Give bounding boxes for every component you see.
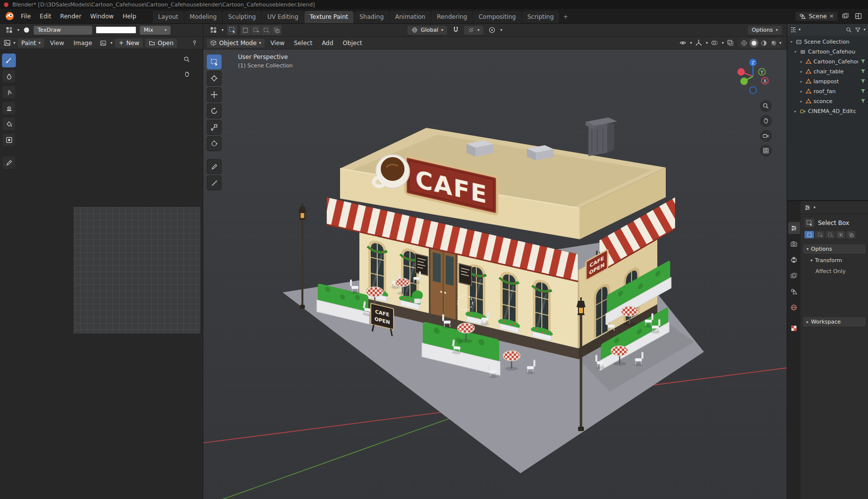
image-editor-type-icon[interactable] bbox=[3, 39, 11, 47]
outliner-row-object[interactable]: ▸ roof_fan bbox=[787, 86, 868, 96]
vp-object-menu[interactable]: Object bbox=[339, 39, 365, 48]
mode-subtract-icon[interactable] bbox=[825, 231, 835, 238]
unlink-icon[interactable] bbox=[829, 14, 834, 18]
menu-chalkboard[interactable] bbox=[459, 264, 471, 285]
mode-invert-icon[interactable] bbox=[836, 231, 845, 238]
image-image-menu[interactable]: Image bbox=[70, 39, 96, 48]
tab-uv-editing[interactable]: UV Editing bbox=[262, 11, 304, 23]
outliner-row-cinema4d-editor[interactable]: ▸ CINEMA_4D_Editor bbox=[787, 106, 868, 116]
render-visibility-funnel-icon[interactable] bbox=[860, 68, 866, 74]
menu-edit[interactable]: Edit bbox=[35, 11, 56, 21]
viewport-options-dropdown[interactable]: Options▾ bbox=[748, 26, 782, 35]
shading-wireframe-icon[interactable] bbox=[740, 39, 749, 48]
blender-logo-icon[interactable] bbox=[5, 11, 14, 21]
select-mode-new-icon[interactable] bbox=[240, 25, 250, 35]
workspace-panel-header[interactable]: ▸ Workspace bbox=[803, 317, 866, 327]
disclosure-icon[interactable]: ▸ bbox=[799, 99, 804, 104]
menu-help[interactable]: Help bbox=[118, 11, 140, 21]
smear-tool[interactable] bbox=[2, 85, 16, 99]
disclosure-icon[interactable]: ▸ bbox=[799, 69, 804, 74]
chevron-down-icon[interactable]: ▾ bbox=[13, 41, 15, 45]
render-visibility-funnel-icon[interactable] bbox=[860, 98, 866, 104]
tool-settings-editor-icon[interactable] bbox=[208, 25, 218, 35]
zoom-icon[interactable] bbox=[181, 54, 193, 65]
viewport-canvas[interactable]: CAFE bbox=[203, 50, 787, 499]
disclosure-icon[interactable]: ▸ bbox=[799, 59, 804, 64]
properties-editor-type-icon[interactable] bbox=[804, 204, 811, 211]
image-new-button[interactable]: New bbox=[115, 39, 143, 48]
window-close-icon[interactable] bbox=[4, 2, 8, 7]
cursor-tool[interactable] bbox=[207, 71, 222, 86]
menu-file[interactable]: File bbox=[16, 11, 35, 21]
tab-modeling[interactable]: Modeling bbox=[184, 11, 223, 23]
move-tool[interactable] bbox=[207, 87, 222, 102]
tab-layout[interactable]: Layout bbox=[153, 11, 184, 23]
outliner-row-scene-collection[interactable]: ▾ Scene Collection bbox=[787, 37, 868, 47]
tab-shading[interactable]: Shading bbox=[354, 11, 389, 23]
annotate-tool[interactable] bbox=[207, 159, 222, 174]
mask-tool[interactable] bbox=[2, 133, 16, 147]
paint-color-swatch[interactable] bbox=[96, 26, 136, 34]
select-box-tool[interactable] bbox=[207, 55, 222, 69]
transform-tool[interactable] bbox=[207, 136, 222, 151]
tab-rendering[interactable]: Rendering bbox=[431, 11, 472, 23]
mode-new-icon[interactable] bbox=[805, 231, 814, 238]
tab-compositing[interactable]: Compositing bbox=[473, 11, 521, 23]
image-canvas[interactable] bbox=[0, 50, 203, 499]
scale-tool[interactable] bbox=[207, 120, 222, 135]
disclosure-icon[interactable]: ▾ bbox=[789, 40, 794, 44]
tab-scene-properties[interactable] bbox=[788, 285, 800, 297]
xray-toggle-icon[interactable] bbox=[726, 38, 736, 48]
render-visibility-funnel-icon[interactable] bbox=[860, 78, 866, 84]
vp-view-menu[interactable]: View bbox=[267, 39, 288, 48]
menu-chalkboard[interactable] bbox=[415, 254, 428, 276]
annotate-tool[interactable] bbox=[2, 156, 16, 169]
pin-icon[interactable] bbox=[189, 38, 199, 48]
disclosure-icon[interactable]: ▸ bbox=[799, 89, 804, 94]
active-tool-row[interactable]: Select Box bbox=[801, 214, 868, 230]
image-open-button[interactable]: Open bbox=[145, 39, 177, 48]
zoom-icon[interactable] bbox=[760, 100, 772, 112]
chevron-down-icon[interactable]: ▾ bbox=[864, 28, 866, 32]
ortho-grid-icon[interactable] bbox=[760, 145, 772, 157]
outliner-editor-type-icon[interactable] bbox=[790, 26, 797, 33]
shading-material-icon[interactable] bbox=[759, 39, 768, 48]
scene-selector[interactable]: Scene bbox=[796, 12, 837, 21]
tab-texture-properties[interactable] bbox=[788, 322, 800, 334]
snap-magnet-icon[interactable] bbox=[451, 25, 461, 35]
outliner-row-object[interactable]: ▸ Cartoon_Cafehous bbox=[787, 56, 868, 66]
screen-layout-icon[interactable] bbox=[853, 11, 863, 21]
disclosure-icon[interactable]: ▾ bbox=[793, 50, 798, 54]
tab-texture-paint[interactable]: Texture Paint bbox=[304, 11, 353, 23]
tab-animation[interactable]: Animation bbox=[390, 11, 431, 23]
rotate-tool[interactable] bbox=[207, 104, 222, 118]
clone-tool[interactable] bbox=[2, 101, 16, 115]
vp-select-menu[interactable]: Select bbox=[290, 39, 316, 48]
chevron-down-icon[interactable]: ▾ bbox=[500, 28, 502, 32]
menu-window[interactable]: Window bbox=[86, 11, 118, 21]
tab-world-properties[interactable] bbox=[788, 301, 800, 313]
outliner-row-object[interactable]: ▸ lamppost bbox=[787, 76, 868, 86]
proportional-editing-icon[interactable] bbox=[487, 25, 497, 35]
vp-add-menu[interactable]: Add bbox=[318, 39, 337, 48]
show-overlays-icon[interactable] bbox=[710, 38, 720, 48]
filter-funnel-icon[interactable] bbox=[855, 27, 861, 33]
snap-target-dropdown[interactable]: ▾ bbox=[464, 26, 483, 35]
show-object-types-icon[interactable] bbox=[678, 38, 688, 48]
outliner-row-object[interactable]: ▸ sconce bbox=[787, 96, 868, 106]
active-tool-icon[interactable] bbox=[227, 25, 237, 35]
mode-intersect-icon[interactable] bbox=[846, 231, 856, 238]
fill-tool[interactable] bbox=[2, 117, 16, 131]
chevron-down-icon[interactable]: ▾ bbox=[799, 28, 801, 32]
menu-render[interactable]: Render bbox=[56, 11, 86, 21]
blend-mode-dropdown[interactable]: Mix▾ bbox=[140, 26, 171, 35]
brush-preview-icon[interactable] bbox=[23, 26, 30, 34]
chevron-down-icon[interactable]: ▾ bbox=[17, 28, 19, 32]
select-mode-extend-icon[interactable] bbox=[251, 25, 261, 35]
outliner-row-object[interactable]: ▸ chair_table bbox=[787, 66, 868, 76]
tab-sculpting[interactable]: Sculpting bbox=[223, 11, 261, 23]
brush-name-field[interactable]: TexDraw bbox=[34, 26, 92, 35]
tab-tool-properties[interactable] bbox=[788, 222, 800, 234]
disclosure-icon[interactable]: ▸ bbox=[793, 109, 798, 113]
select-mode-subtract-icon[interactable] bbox=[261, 25, 271, 35]
